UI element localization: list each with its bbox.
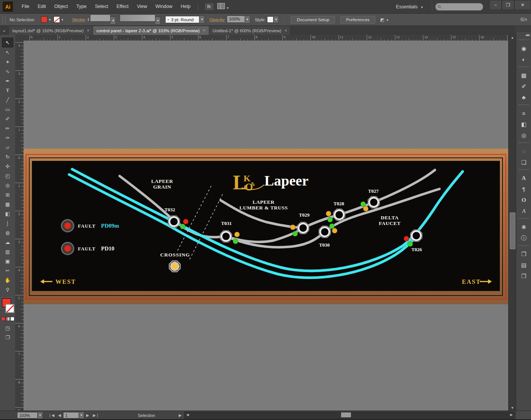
- color-guide-panel-icon[interactable]: ◐: [518, 54, 529, 64]
- document-setup-button[interactable]: Document Setup: [291, 16, 335, 24]
- width-tool[interactable]: ✣: [2, 162, 13, 171]
- menu-help[interactable]: Help: [177, 0, 195, 13]
- tab-close-icon[interactable]: ×: [203, 28, 205, 33]
- expand-panels-button[interactable]: ◀◀: [516, 32, 531, 38]
- stroke-panel-icon[interactable]: ≡: [518, 108, 529, 118]
- horizontal-scrollbar[interactable]: ◀ ▶: [184, 412, 515, 419]
- graphic-styles-panel-icon[interactable]: ❏: [518, 157, 529, 167]
- scroll-up-arrow[interactable]: ▲: [509, 35, 516, 40]
- pen-tool[interactable]: ✒: [2, 76, 13, 85]
- vertical-ruler[interactable]: 43210123456789: [15, 41, 24, 411]
- dock-grip[interactable]: [519, 66, 529, 69]
- scroll-down-arrow[interactable]: ▼: [509, 405, 516, 411]
- dock-grip[interactable]: [519, 104, 529, 107]
- bridge-button[interactable]: Br: [205, 3, 213, 10]
- color-panel-icon[interactable]: ◉: [518, 43, 529, 53]
- stroke-link[interactable]: Stroke:: [72, 17, 86, 22]
- line-segment-tool[interactable]: ╱: [2, 95, 13, 104]
- style-dropdown[interactable]: ▼: [267, 16, 279, 23]
- zoom-level-field[interactable]: 103%: [17, 412, 38, 418]
- menu-window[interactable]: Window: [151, 0, 176, 13]
- zoom-dropdown-icon[interactable]: ▼: [38, 412, 43, 419]
- glyphs-panel-icon[interactable]: A: [518, 206, 529, 216]
- mesh-tool[interactable]: ▦: [2, 200, 13, 209]
- selection-tool[interactable]: ↖: [2, 38, 13, 47]
- panel-grip[interactable]: [2, 16, 6, 23]
- magic-wand-tool[interactable]: ✶: [2, 57, 13, 66]
- stroke-swatch[interactable]: [5, 304, 14, 313]
- fill-color-well[interactable]: ▼: [41, 16, 54, 23]
- minimize-button[interactable]: –: [489, 0, 502, 10]
- turnout-knob-T026[interactable]: [412, 231, 421, 240]
- last-artboard-button[interactable]: ▶❘: [93, 413, 99, 417]
- blend-tool[interactable]: ◍: [2, 228, 13, 237]
- document-tab-1[interactable]: layout1.dxf* @ 150% (RGB/Preview)×: [9, 26, 93, 35]
- slice-tool[interactable]: ✂: [2, 266, 13, 275]
- document-tab-2[interactable]: control panel - lapeer 2-3.ai* @ 103% (R…: [93, 26, 209, 35]
- transform-panel-icon[interactable]: ❋: [518, 222, 529, 232]
- paragraph-panel-icon[interactable]: ¶: [518, 184, 529, 194]
- color-mode-button[interactable]: [1, 317, 5, 321]
- tab-close-icon[interactable]: ×: [285, 28, 287, 33]
- workspace-switcher[interactable]: Essentials ▼: [396, 4, 424, 9]
- pathfinder-panel-icon[interactable]: ❒: [518, 271, 529, 281]
- status-indicator[interactable]: Selection: [116, 413, 177, 418]
- vertical-scrollbar[interactable]: ▲ ▼: [508, 35, 516, 411]
- rotate-tool[interactable]: ↻: [2, 152, 13, 161]
- perspective-grid-tool[interactable]: ⊞: [2, 190, 13, 199]
- scroll-left-arrow[interactable]: ◀: [186, 413, 189, 417]
- menu-file[interactable]: File: [17, 0, 33, 13]
- direct-selection-tool[interactable]: ↖: [2, 48, 13, 57]
- eyedropper-tool[interactable]: ⌡: [2, 219, 13, 228]
- menu-view[interactable]: View: [133, 0, 151, 13]
- arrange-documents-button[interactable]: ▼: [217, 3, 229, 10]
- brush-definition-dropdown[interactable]: •3 pt. Round▼: [165, 16, 205, 24]
- lasso-tool[interactable]: ∿: [2, 67, 13, 76]
- align-panel-icon[interactable]: ▤: [518, 260, 529, 270]
- hand-tool[interactable]: ✋: [2, 275, 13, 285]
- horizontal-scroll-thumb[interactable]: [341, 412, 351, 417]
- control-panel-menu-icon[interactable]: ⼮≡: [520, 17, 527, 22]
- drawing-mode-button[interactable]: ◳: [2, 323, 13, 332]
- symbol-sprayer-tool[interactable]: ☁: [2, 238, 13, 247]
- tab-overflow-icon[interactable]: »: [0, 29, 9, 35]
- first-artboard-button[interactable]: ❘◀: [48, 413, 54, 417]
- turnout-knob-T032[interactable]: [169, 217, 179, 226]
- dock-grip[interactable]: [519, 169, 529, 172]
- tab-close-icon[interactable]: ×: [87, 28, 89, 33]
- close-button[interactable]: ✕: [514, 0, 531, 10]
- transparency-panel-icon[interactable]: ◎: [518, 130, 529, 140]
- dock-grip[interactable]: [519, 245, 529, 248]
- menu-object[interactable]: Object: [50, 0, 72, 13]
- menu-select[interactable]: Select: [91, 0, 112, 13]
- preferences-button[interactable]: Preferences: [340, 16, 375, 24]
- rectangle-tool[interactable]: ▭: [2, 105, 13, 114]
- stroke-color-well[interactable]: ▼: [54, 16, 66, 23]
- artboard-tool[interactable]: ▣: [2, 256, 13, 266]
- pencil-tool[interactable]: ✏: [2, 124, 13, 133]
- stroke-width-stepper[interactable]: ▲▼: [87, 18, 90, 22]
- screen-mode-button[interactable]: ❐: [2, 333, 13, 342]
- artboard-dropdown-icon[interactable]: ▼: [79, 412, 84, 419]
- eraser-tool[interactable]: ▱: [2, 143, 13, 152]
- stroke-width-dropdown[interactable]: ▼: [90, 14, 116, 25]
- gradient-tool[interactable]: ◧: [2, 209, 13, 218]
- gradient-panel-icon[interactable]: ◧: [518, 119, 529, 129]
- variable-width-profile-dropdown[interactable]: ▼: [120, 14, 161, 25]
- turnout-knob-T030[interactable]: [320, 227, 329, 236]
- zoom-tool[interactable]: ⚲: [2, 285, 13, 294]
- horizontal-ruler[interactable]: 01234567891011121314151617: [24, 35, 508, 41]
- turnout-knob-T031[interactable]: [221, 232, 231, 241]
- artboard-canvas[interactable]: T032T031T029T030T028T027T026CROSSINGFAUL…: [24, 41, 508, 411]
- dock-grip[interactable]: [519, 218, 529, 221]
- info-panel-icon[interactable]: ⓘ: [518, 233, 529, 243]
- shape-builder-tool[interactable]: ◎: [2, 181, 13, 190]
- search-input[interactable]: ⚲: [435, 3, 483, 11]
- appearance-panel-icon[interactable]: ◌: [518, 146, 529, 156]
- maximize-button[interactable]: ❒: [502, 0, 514, 10]
- vertical-scroll-thumb[interactable]: [510, 212, 515, 249]
- scroll-right-arrow[interactable]: ▶: [510, 413, 513, 417]
- turnout-knob-T029[interactable]: [299, 223, 308, 233]
- swatches-panel-icon[interactable]: ▦: [518, 70, 529, 80]
- menu-effect[interactable]: Effect: [112, 0, 133, 13]
